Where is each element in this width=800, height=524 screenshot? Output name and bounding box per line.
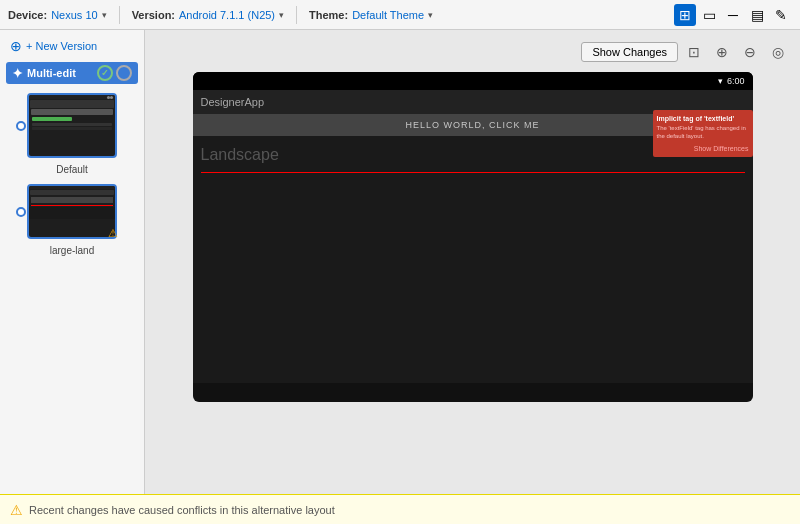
separator-2 bbox=[296, 6, 297, 24]
red-divider bbox=[201, 172, 745, 173]
device-preview: ▾ 6:00 DesignerApp HELLO WORLD, CLICK ME… bbox=[193, 72, 753, 402]
canvas-area: Show Changes ⊡ ⊕ ⊖ ◎ ▾ 6:00 DesignerApp … bbox=[145, 30, 800, 494]
device-status-bar: ▾ 6:00 bbox=[193, 72, 753, 90]
wifi-icon: ▾ bbox=[718, 76, 723, 86]
connector-dot-large-land bbox=[16, 207, 26, 217]
left-panel: ⊕ + New Version ✦ Multi-edit ✓ bbox=[0, 30, 145, 494]
check-circle-button[interactable]: ✓ bbox=[97, 65, 113, 81]
device-content-area bbox=[201, 177, 745, 377]
canvas-zoom-out-button[interactable]: ⊖ bbox=[738, 40, 762, 64]
device-dropdown-icon[interactable]: ▾ bbox=[102, 10, 107, 20]
device-label: Device: bbox=[8, 9, 47, 21]
layout-minus-button[interactable]: ─ bbox=[722, 4, 744, 26]
bottom-status-text: Recent changes have caused conflicts in … bbox=[29, 504, 335, 516]
new-version-button[interactable]: ⊕ + New Version bbox=[6, 36, 138, 56]
large-land-thumb-container: ⚠ bbox=[24, 181, 120, 242]
canvas-zoom-reset-button[interactable]: ◎ bbox=[766, 40, 790, 64]
multi-edit-bar: ✦ Multi-edit ✓ bbox=[6, 62, 138, 84]
warning-badge-icon: ⚠ bbox=[108, 227, 118, 240]
canvas-zoom-in-button[interactable]: ⊕ bbox=[710, 40, 734, 64]
view-icon-group: ⊞ ▭ ─ ▤ ✎ bbox=[674, 4, 792, 26]
layout-item-large-land: ⚠ large-land bbox=[6, 181, 138, 256]
large-land-label: large-land bbox=[50, 245, 94, 256]
layout-single-button[interactable]: ▭ bbox=[698, 4, 720, 26]
popup-body: The 'textField' tag has changed in the d… bbox=[657, 125, 749, 141]
main-area: ⊕ + New Version ✦ Multi-edit ✓ bbox=[0, 30, 800, 494]
default-label: Default bbox=[56, 164, 88, 175]
popup-link: Show Differences bbox=[657, 144, 749, 153]
version-label: Version: bbox=[132, 9, 175, 21]
popup-notification: Implicit tag of 'textfield' The 'textFie… bbox=[653, 110, 753, 157]
action-bar-text: HELLO WORLD, CLICK ME bbox=[405, 120, 539, 130]
multi-edit-icon: ✦ bbox=[12, 66, 23, 81]
circle-outline-button[interactable] bbox=[116, 65, 132, 81]
theme-value[interactable]: Default Theme bbox=[352, 9, 424, 21]
default-thumbnail[interactable] bbox=[27, 93, 117, 158]
version-group: Version: Android 7.1.1 (N25) ▾ bbox=[132, 9, 284, 21]
device-body: Landscape bbox=[193, 136, 753, 383]
status-time: 6:00 bbox=[727, 76, 745, 86]
theme-group: Theme: Default Theme ▾ bbox=[309, 9, 433, 21]
layout-item-default: Default bbox=[6, 90, 138, 175]
show-changes-button[interactable]: Show Changes bbox=[581, 42, 678, 62]
device-value[interactable]: Nexus 10 bbox=[51, 9, 97, 21]
bottom-warning-icon: ⚠ bbox=[10, 502, 23, 518]
layout-table-button[interactable]: ▤ bbox=[746, 4, 768, 26]
layout-split-button[interactable]: ⊞ bbox=[674, 4, 696, 26]
canvas-fit-button[interactable]: ⊡ bbox=[682, 40, 706, 64]
top-toolbar: Device: Nexus 10 ▾ Version: Android 7.1.… bbox=[0, 0, 800, 30]
connector-left-default bbox=[16, 121, 26, 131]
theme-label: Theme: bbox=[309, 9, 348, 21]
connector-dot-default bbox=[16, 121, 26, 131]
popup-link-text[interactable]: Show Differences bbox=[694, 144, 749, 153]
new-version-label: + New Version bbox=[26, 40, 97, 52]
theme-dropdown-icon[interactable]: ▾ bbox=[428, 10, 433, 20]
default-thumb-container bbox=[24, 90, 120, 161]
canvas-toolbar: Show Changes ⊡ ⊕ ⊖ ◎ bbox=[155, 40, 790, 64]
device-group: Device: Nexus 10 ▾ bbox=[8, 9, 107, 21]
version-dropdown-icon[interactable]: ▾ bbox=[279, 10, 284, 20]
plus-icon: ⊕ bbox=[10, 38, 22, 54]
large-land-thumbnail[interactable] bbox=[27, 184, 117, 239]
multi-edit-label: Multi-edit bbox=[27, 67, 76, 79]
connector-left-large-land bbox=[16, 207, 26, 217]
separator-1 bbox=[119, 6, 120, 24]
popup-title: Implicit tag of 'textfield' bbox=[657, 114, 749, 123]
app-title: DesignerApp bbox=[201, 96, 265, 108]
pencil-button[interactable]: ✎ bbox=[770, 4, 792, 26]
bottom-bar: ⚠ Recent changes have caused conflicts i… bbox=[0, 494, 800, 524]
version-value[interactable]: Android 7.1.1 (N25) bbox=[179, 9, 275, 21]
